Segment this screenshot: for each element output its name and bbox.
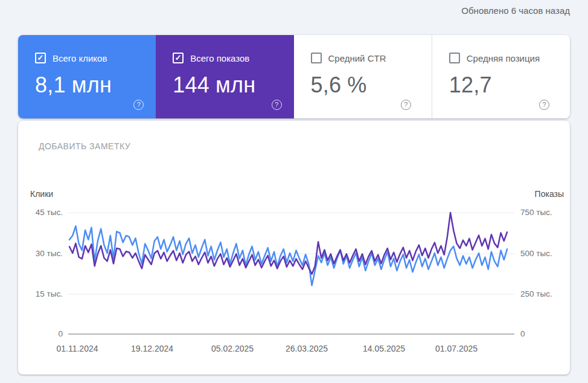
x-axis-tick: 19.12.2024	[119, 344, 185, 353]
metric-card-total-impressions[interactable]: ✓ Всего показов 144 млн ?	[156, 35, 293, 118]
checkbox-checked-icon[interactable]: ✓	[173, 53, 184, 63]
series-lines-group	[69, 213, 507, 286]
metric-cards-row: ✓ Всего кликов 8,1 млн ? ✓ Всего показов…	[18, 35, 570, 118]
metric-card-label: Средняя позиция	[467, 53, 540, 63]
x-axis-tick: 26.03.2025	[273, 344, 340, 353]
x-axis-tick: 14.05.2025	[351, 344, 417, 353]
last-updated-text: Обновлено 6 часов назад	[461, 5, 570, 16]
series-line-impressions[interactable]	[69, 213, 507, 274]
performance-chart-panel: ДОБАВИТЬ ЗАМЕТКУ Клики Показы 45 тыс. 30…	[18, 121, 570, 375]
metric-card-value: 12,7	[449, 72, 570, 98]
help-icon[interactable]: ?	[539, 100, 549, 110]
line-chart-plot[interactable]	[18, 121, 570, 375]
help-icon[interactable]: ?	[272, 100, 282, 110]
metric-card-label: Всего показов	[190, 53, 249, 63]
x-axis-tick: 01.07.2025	[423, 344, 490, 353]
metric-card-total-clicks[interactable]: ✓ Всего кликов 8,1 млн ?	[18, 35, 156, 118]
metric-card-header: Средний CTR	[311, 52, 432, 64]
metric-card-label: Всего кликов	[53, 53, 107, 63]
checkbox-unchecked-icon[interactable]	[311, 53, 322, 63]
search-console-performance-page: Обновлено 6 часов назад ✓ Всего кликов 8…	[0, 0, 588, 383]
metric-card-value: 144 млн	[173, 72, 293, 98]
metric-card-average-ctr[interactable]: Средний CTR 5,6 % ?	[294, 35, 432, 118]
x-axis-tick: 01.11.2024	[44, 344, 110, 353]
metric-card-header: Средняя позиция	[449, 52, 570, 64]
series-line-clicks[interactable]	[69, 226, 507, 285]
metric-card-label: Средний CTR	[328, 53, 386, 63]
metric-card-value: 5,6 %	[311, 72, 432, 98]
metric-card-average-position[interactable]: Средняя позиция 12,7 ?	[432, 35, 570, 118]
metric-card-value: 8,1 млн	[35, 72, 156, 98]
checkbox-checked-icon[interactable]: ✓	[35, 53, 46, 63]
metric-card-header: ✓ Всего показов	[173, 52, 293, 64]
x-axis-tick: 05.02.2025	[199, 344, 266, 353]
metric-card-header: ✓ Всего кликов	[35, 52, 156, 64]
checkbox-unchecked-icon[interactable]	[449, 53, 460, 63]
help-icon[interactable]: ?	[133, 100, 144, 110]
help-icon[interactable]: ?	[401, 100, 411, 110]
